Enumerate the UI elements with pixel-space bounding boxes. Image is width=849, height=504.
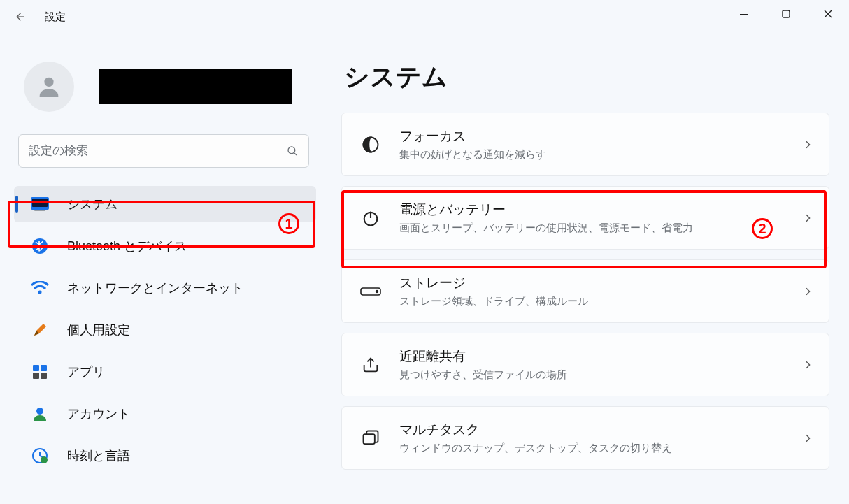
card-title: フォーカス [399, 127, 802, 145]
card-subtitle: 集中の妨げとなる通知を減らす [399, 148, 802, 161]
card-power-battery[interactable]: 電源とバッテリー 画面とスリープ、バッテリーの使用状況、電源モード、省電力 [341, 186, 829, 250]
app-title: 設定 [45, 10, 66, 24]
svg-rect-20 [364, 434, 375, 444]
card-title: ストレージ [399, 274, 802, 292]
svg-rect-5 [32, 199, 48, 207]
user-info-redacted [99, 69, 292, 104]
main-content: システム フォーカス 集中の妨げとなる通知を減らす 電源とバッテリー 画面とスリ… [329, 34, 849, 504]
focus-icon [360, 134, 381, 155]
page-title: システム [344, 60, 829, 94]
chevron-right-icon [802, 433, 813, 444]
card-text: 近距離共有 見つけやすさ、受信ファイルの場所 [399, 347, 802, 382]
chevron-right-icon [802, 286, 813, 297]
search-input[interactable] [29, 144, 286, 158]
sidebar-item-system[interactable]: システム [14, 186, 316, 222]
power-icon [360, 208, 381, 229]
sidebar-item-network[interactable]: ネットワークとインターネット [14, 270, 316, 306]
chevron-right-icon [802, 213, 813, 224]
card-subtitle: ストレージ領域、ドライブ、構成ルール [399, 295, 802, 308]
storage-icon [360, 281, 381, 302]
minimize-button[interactable] [723, 0, 765, 28]
sidebar-item-label: アカウント [67, 405, 130, 422]
window-controls [723, 0, 849, 28]
svg-point-15 [41, 456, 48, 463]
nav-list: システム Bluetooth とデバイス ネットワークとインターネット 個人用設… [14, 186, 316, 474]
multitask-icon [360, 428, 381, 449]
svg-rect-1 [783, 10, 790, 17]
card-focus[interactable]: フォーカス 集中の妨げとなる通知を減らす [341, 113, 829, 176]
title-bar: 設定 [0, 0, 849, 34]
svg-point-13 [36, 408, 43, 415]
avatar[interactable] [24, 62, 74, 112]
svg-rect-10 [41, 365, 47, 371]
svg-point-7 [32, 238, 48, 254]
svg-point-19 [376, 290, 378, 292]
apps-icon [31, 363, 49, 381]
svg-rect-12 [41, 373, 47, 379]
clock-globe-icon [31, 447, 49, 465]
paintbrush-icon [31, 321, 49, 339]
share-icon [360, 354, 381, 375]
sidebar-item-label: 時刻と言語 [67, 447, 130, 464]
search-box[interactable] [18, 134, 309, 168]
card-multitasking[interactable]: マルチタスク ウィンドウのスナップ、デスクトップ、タスクの切り替え [341, 406, 829, 470]
card-storage[interactable]: ストレージ ストレージ領域、ドライブ、構成ルール [341, 259, 829, 323]
sidebar: システム Bluetooth とデバイス ネットワークとインターネット 個人用設… [0, 34, 329, 504]
svg-rect-9 [33, 365, 39, 371]
search-icon [286, 145, 299, 157]
sidebar-item-time-language[interactable]: 時刻と言語 [14, 438, 316, 474]
bluetooth-icon [31, 237, 49, 255]
user-header [24, 62, 316, 112]
sidebar-item-label: Bluetooth とデバイス [67, 238, 187, 254]
account-icon [31, 405, 49, 423]
sidebar-item-label: アプリ [67, 363, 105, 380]
svg-point-2 [44, 78, 53, 87]
svg-rect-6 [34, 210, 45, 211]
close-button[interactable] [807, 0, 849, 28]
sidebar-item-label: システム [67, 196, 117, 213]
card-title: 近距離共有 [399, 347, 802, 366]
system-icon [31, 195, 49, 213]
card-text: ストレージ ストレージ領域、ドライブ、構成ルール [399, 274, 802, 308]
svg-rect-11 [33, 373, 39, 379]
card-nearby-sharing[interactable]: 近距離共有 見つけやすさ、受信ファイルの場所 [341, 333, 829, 396]
chevron-right-icon [802, 359, 813, 370]
sidebar-item-accounts[interactable]: アカウント [14, 396, 316, 432]
maximize-button[interactable] [765, 0, 807, 28]
svg-point-3 [288, 147, 295, 154]
sidebar-item-bluetooth[interactable]: Bluetooth とデバイス [14, 228, 316, 264]
svg-rect-0 [740, 14, 748, 15]
card-subtitle: ウィンドウのスナップ、デスクトップ、タスクの切り替え [399, 442, 802, 455]
card-title: 電源とバッテリー [399, 201, 802, 219]
card-subtitle: 見つけやすさ、受信ファイルの場所 [399, 368, 802, 382]
wifi-icon [31, 279, 49, 297]
chevron-right-icon [802, 139, 813, 150]
sidebar-item-apps[interactable]: アプリ [14, 354, 316, 390]
sidebar-item-personalization[interactable]: 個人用設定 [14, 312, 316, 348]
card-text: 電源とバッテリー 画面とスリープ、バッテリーの使用状況、電源モード、省電力 [399, 201, 802, 235]
sidebar-item-label: 個人用設定 [67, 322, 130, 338]
svg-point-8 [38, 291, 42, 294]
sidebar-item-label: ネットワークとインターネット [67, 280, 243, 296]
card-text: フォーカス 集中の妨げとなる通知を減らす [399, 127, 802, 161]
card-subtitle: 画面とスリープ、バッテリーの使用状況、電源モード、省電力 [399, 222, 802, 235]
card-title: マルチタスク [399, 421, 802, 439]
back-button[interactable] [7, 4, 32, 29]
card-text: マルチタスク ウィンドウのスナップ、デスクトップ、タスクの切り替え [399, 421, 802, 455]
